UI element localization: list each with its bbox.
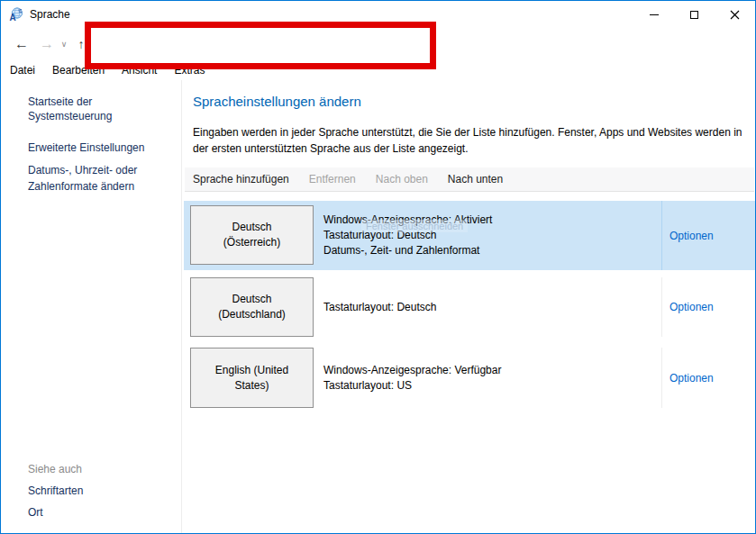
options-link[interactable]: Optionen — [669, 372, 714, 385]
options-link[interactable]: Optionen — [669, 301, 714, 313]
language-name: Deutsch (Deutschland) — [205, 292, 300, 322]
main-content: Spracheinstellungen ändern Eingaben werd… — [182, 80, 755, 533]
language-list-toolbar: Sprache hinzufügen Entfernen Nach oben N… — [185, 167, 754, 192]
language-name: Deutsch (Österreich) — [205, 220, 300, 250]
svg-text:A: A — [10, 13, 16, 22]
detail-line: Datums-, Zeit- und Zahlenformat — [323, 243, 657, 258]
detail-line: Windows-Anzeigesprache: Aktiviert — [323, 213, 657, 228]
recent-pages-chevron-icon[interactable]: ∨ — [57, 28, 71, 60]
close-icon — [730, 10, 740, 20]
language-name: English (United States) — [205, 363, 300, 394]
sidebar-item-startseite[interactable]: Startseite der Systemsteuerung — [28, 95, 169, 123]
menu-bearbeiten[interactable]: Bearbeiten — [52, 64, 105, 77]
detail-line: Windows-Anzeigesprache: Verfügbar — [323, 363, 657, 378]
window-title: Sprache — [30, 8, 70, 21]
back-icon[interactable]: ← — [10, 28, 33, 60]
detail-line: Tastaturlayout: Deutsch — [323, 300, 657, 315]
minimize-button[interactable] — [633, 1, 674, 28]
forward-icon[interactable]: → — [35, 28, 59, 60]
language-tile[interactable]: Deutsch (Deutschland) — [190, 277, 314, 337]
move-up-button: Nach oben — [376, 173, 428, 186]
language-tile[interactable]: Deutsch (Österreich) — [190, 205, 314, 265]
language-app-icon: A — [9, 7, 23, 22]
add-language-button[interactable]: Sprache hinzufügen — [193, 173, 289, 186]
menu-ansicht[interactable]: Ansicht — [122, 64, 157, 77]
title-bar: A Sprache — [1, 1, 755, 28]
app-window: A Sprache ← → ∨ ↑ A › — [0, 0, 756, 534]
see-also-header: Siehe auch — [28, 463, 83, 475]
language-row-deutsch-deutschland[interactable]: Deutsch (Deutschland) Tastaturlayout: De… — [184, 277, 756, 337]
page-description: Eingaben werden in jeder Sprache unterst… — [193, 124, 751, 157]
language-details: Windows-Anzeigesprache: Verfügbar Tastat… — [323, 348, 657, 408]
maximize-button[interactable] — [674, 1, 715, 28]
sidebar-item-datumsformate[interactable]: Datums-, Uhrzeit- oder Zahlenformate änd… — [28, 162, 163, 195]
menu-bar: Datei Bearbeiten Ansicht Extras — [1, 60, 755, 80]
remove-language-button: Entfernen — [309, 173, 356, 186]
navigation-bar: ← → ∨ ↑ A › Systemsteuerung › Zeit, Spra… — [1, 28, 755, 60]
sidebar-item-erweiterte-einstellungen[interactable]: Erweiterte Einstellungen — [28, 140, 169, 155]
menu-extras[interactable]: Extras — [174, 64, 205, 77]
menu-datei[interactable]: Datei — [10, 64, 35, 77]
close-button[interactable] — [715, 1, 755, 28]
sidebar-item-schriftarten[interactable]: Schriftarten — [28, 484, 83, 498]
sidebar-item-ort[interactable]: Ort — [28, 505, 83, 520]
sidebar: Startseite der Systemsteuerung Erweitert… — [1, 80, 182, 533]
language-tile[interactable]: English (United States) — [190, 348, 314, 408]
options-link[interactable]: Optionen — [669, 230, 714, 242]
sidebar-see-also-section: Siehe auch Schriftarten Ort — [28, 463, 83, 527]
page-title: Spracheinstellungen ändern — [193, 94, 361, 109]
options-cell: Optionen — [662, 277, 756, 337]
options-cell: Optionen — [662, 348, 756, 408]
language-row-deutsch-oesterreich[interactable]: Deutsch (Österreich) Windows-Anzeigespra… — [184, 201, 756, 270]
up-icon[interactable]: ↑ — [71, 28, 91, 60]
options-cell: Optionen — [662, 201, 756, 270]
detail-line: Tastaturlayout: US — [323, 378, 657, 394]
language-row-english-united-states[interactable]: English (United States) Windows-Anzeiges… — [184, 348, 756, 408]
language-details: Windows-Anzeigesprache: Aktiviert Tastat… — [323, 201, 657, 270]
detail-line: Tastaturlayout: Deutsch — [323, 228, 657, 243]
window-controls — [633, 1, 755, 28]
minimize-icon — [650, 14, 659, 15]
language-details: Tastaturlayout: Deutsch — [323, 277, 657, 337]
move-down-button[interactable]: Nach unten — [448, 173, 503, 186]
maximize-icon — [690, 11, 698, 19]
